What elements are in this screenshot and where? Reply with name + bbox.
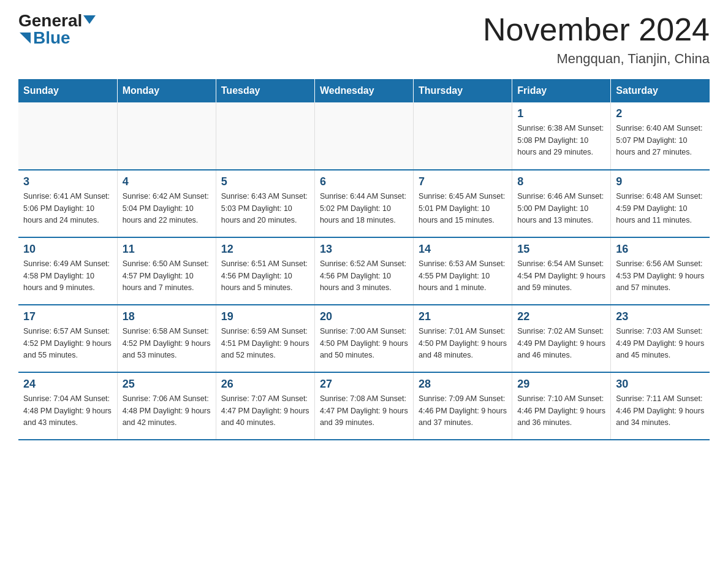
day-info: Sunrise: 6:57 AM Sunset: 4:52 PM Dayligh… [23,326,112,361]
day-number: 3 [23,175,112,188]
day-info: Sunrise: 6:42 AM Sunset: 5:04 PM Dayligh… [123,191,211,226]
header-cell-sunday: Sunday [18,79,117,102]
day-cell: 7Sunrise: 6:45 AM Sunset: 5:01 PM Daylig… [414,170,512,237]
day-cell: 5Sunrise: 6:43 AM Sunset: 5:03 PM Daylig… [216,170,314,237]
day-cell: 14Sunrise: 6:53 AM Sunset: 4:55 PM Dayli… [414,237,512,305]
header-cell-tuesday: Tuesday [216,79,314,102]
day-info: Sunrise: 6:54 AM Sunset: 4:54 PM Dayligh… [517,258,605,294]
day-cell: 28Sunrise: 7:09 AM Sunset: 4:46 PM Dayli… [414,372,512,440]
day-cell: 27Sunrise: 7:08 AM Sunset: 4:47 PM Dayli… [314,372,413,440]
logo: General Blue [18,12,96,47]
header-cell-thursday: Thursday [414,79,512,102]
day-info: Sunrise: 6:40 AM Sunset: 5:07 PM Dayligh… [616,123,705,158]
calendar-subtitle: Mengquan, Tianjin, China [483,51,710,67]
day-number: 24 [23,378,112,391]
day-number: 10 [23,243,112,256]
header-row: SundayMondayTuesdayWednesdayThursdayFrid… [18,79,710,102]
day-number: 21 [419,310,507,323]
day-cell: 29Sunrise: 7:10 AM Sunset: 4:46 PM Dayli… [512,372,611,440]
day-number: 15 [517,243,605,256]
week-row-1: 1Sunrise: 6:38 AM Sunset: 5:08 PM Daylig… [18,102,710,170]
day-cell: 1Sunrise: 6:38 AM Sunset: 5:08 PM Daylig… [512,102,611,170]
day-cell [117,102,216,170]
week-row-2: 3Sunrise: 6:41 AM Sunset: 5:06 PM Daylig… [18,170,710,237]
day-info: Sunrise: 6:43 AM Sunset: 5:03 PM Dayligh… [221,191,309,226]
day-info: Sunrise: 6:44 AM Sunset: 5:02 PM Dayligh… [320,191,408,226]
logo-general-text: General [18,12,82,29]
day-info: Sunrise: 6:52 AM Sunset: 4:56 PM Dayligh… [320,258,408,294]
logo-triangle-icon [83,15,96,24]
day-info: Sunrise: 7:04 AM Sunset: 4:48 PM Dayligh… [23,393,112,429]
header-cell-monday: Monday [117,79,216,102]
week-row-4: 17Sunrise: 6:57 AM Sunset: 4:52 PM Dayli… [18,305,710,372]
day-info: Sunrise: 6:56 AM Sunset: 4:53 PM Dayligh… [616,258,705,294]
day-number: 5 [221,175,309,188]
day-number: 28 [419,378,507,391]
day-cell: 24Sunrise: 7:04 AM Sunset: 4:48 PM Dayli… [18,372,117,440]
day-cell: 16Sunrise: 6:56 AM Sunset: 4:53 PM Dayli… [611,237,710,305]
day-cell: 6Sunrise: 6:44 AM Sunset: 5:02 PM Daylig… [314,170,413,237]
day-cell: 9Sunrise: 6:48 AM Sunset: 4:59 PM Daylig… [611,170,710,237]
header: General Blue November 2024 Mengquan, Tia… [18,12,710,67]
day-number: 6 [320,175,408,188]
day-cell [216,102,314,170]
logo-blue-text: Blue [33,29,70,47]
day-cell: 18Sunrise: 6:58 AM Sunset: 4:52 PM Dayli… [117,305,216,372]
day-cell: 13Sunrise: 6:52 AM Sunset: 4:56 PM Dayli… [314,237,413,305]
header-cell-wednesday: Wednesday [314,79,413,102]
calendar-table: SundayMondayTuesdayWednesdayThursdayFrid… [18,79,710,440]
day-info: Sunrise: 7:06 AM Sunset: 4:48 PM Dayligh… [123,393,211,429]
day-info: Sunrise: 7:08 AM Sunset: 4:47 PM Dayligh… [320,393,408,429]
day-info: Sunrise: 6:53 AM Sunset: 4:55 PM Dayligh… [419,258,507,294]
day-number: 29 [517,378,605,391]
header-cell-saturday: Saturday [611,79,710,102]
day-cell: 11Sunrise: 6:50 AM Sunset: 4:57 PM Dayli… [117,237,216,305]
day-cell: 25Sunrise: 7:06 AM Sunset: 4:48 PM Dayli… [117,372,216,440]
day-cell [18,102,117,170]
day-info: Sunrise: 6:58 AM Sunset: 4:52 PM Dayligh… [123,326,211,361]
day-number: 13 [320,243,408,256]
day-cell: 26Sunrise: 7:07 AM Sunset: 4:47 PM Dayli… [216,372,314,440]
day-number: 11 [123,243,211,256]
day-number: 16 [616,243,705,256]
day-number: 27 [320,378,408,391]
day-cell [414,102,512,170]
day-info: Sunrise: 7:10 AM Sunset: 4:46 PM Dayligh… [517,393,605,429]
day-cell: 19Sunrise: 6:59 AM Sunset: 4:51 PM Dayli… [216,305,314,372]
week-row-5: 24Sunrise: 7:04 AM Sunset: 4:48 PM Dayli… [18,372,710,440]
day-info: Sunrise: 6:59 AM Sunset: 4:51 PM Dayligh… [221,326,309,361]
day-cell: 21Sunrise: 7:01 AM Sunset: 4:50 PM Dayli… [414,305,512,372]
day-number: 8 [517,175,605,188]
day-info: Sunrise: 6:48 AM Sunset: 4:59 PM Dayligh… [616,191,705,226]
day-info: Sunrise: 6:51 AM Sunset: 4:56 PM Dayligh… [221,258,309,294]
day-number: 7 [419,175,507,188]
day-cell: 23Sunrise: 7:03 AM Sunset: 4:49 PM Dayli… [611,305,710,372]
calendar-body: 1Sunrise: 6:38 AM Sunset: 5:08 PM Daylig… [18,102,710,440]
day-info: Sunrise: 6:45 AM Sunset: 5:01 PM Dayligh… [419,191,507,226]
day-cell: 30Sunrise: 7:11 AM Sunset: 4:46 PM Dayli… [611,372,710,440]
day-number: 25 [123,378,211,391]
day-cell: 12Sunrise: 6:51 AM Sunset: 4:56 PM Dayli… [216,237,314,305]
day-number: 2 [616,107,705,120]
day-cell: 20Sunrise: 7:00 AM Sunset: 4:50 PM Dayli… [314,305,413,372]
week-row-3: 10Sunrise: 6:49 AM Sunset: 4:58 PM Dayli… [18,237,710,305]
day-info: Sunrise: 7:11 AM Sunset: 4:46 PM Dayligh… [616,393,705,429]
day-cell: 4Sunrise: 6:42 AM Sunset: 5:04 PM Daylig… [117,170,216,237]
day-cell: 8Sunrise: 6:46 AM Sunset: 5:00 PM Daylig… [512,170,611,237]
calendar-header: SundayMondayTuesdayWednesdayThursdayFrid… [18,79,710,102]
day-number: 14 [419,243,507,256]
day-cell [314,102,413,170]
day-info: Sunrise: 7:09 AM Sunset: 4:46 PM Dayligh… [419,393,507,429]
day-info: Sunrise: 6:38 AM Sunset: 5:08 PM Dayligh… [517,123,605,158]
day-number: 20 [320,310,408,323]
day-info: Sunrise: 6:46 AM Sunset: 5:00 PM Dayligh… [517,191,605,226]
day-cell: 17Sunrise: 6:57 AM Sunset: 4:52 PM Dayli… [18,305,117,372]
day-number: 1 [517,107,605,120]
day-info: Sunrise: 6:49 AM Sunset: 4:58 PM Dayligh… [23,258,112,294]
day-number: 12 [221,243,309,256]
day-number: 9 [616,175,705,188]
day-number: 19 [221,310,309,323]
calendar-title: November 2024 [483,12,710,47]
day-number: 4 [123,175,211,188]
day-info: Sunrise: 7:02 AM Sunset: 4:49 PM Dayligh… [517,326,605,361]
